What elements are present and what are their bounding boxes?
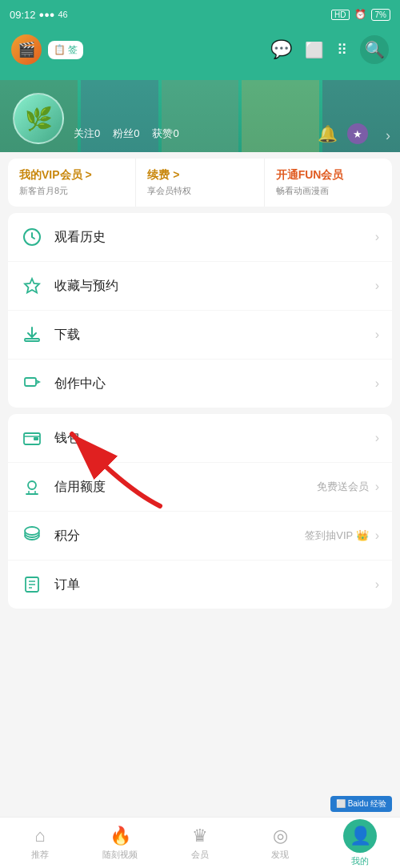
svg-rect-3 (25, 378, 36, 386)
vip-renew-item[interactable]: 续费 > 享会员特权 (136, 159, 264, 207)
bg-block-4 (242, 80, 319, 152)
discover-label: 发现 (271, 849, 289, 861)
search-button[interactable]: 🔍 (360, 35, 389, 64)
collect-arrow: › (375, 279, 379, 293)
credit-arrow: › (375, 480, 379, 494)
vip-fun-subtitle: 畅看动画漫画 (276, 185, 381, 197)
mine-person-icon: 👤 (350, 826, 371, 846)
clock-icon (21, 226, 43, 248)
collect-label: 收藏与预约 (54, 278, 375, 295)
order-arrow: › (375, 577, 379, 592)
sign-badge[interactable]: 📋 签 (48, 41, 83, 59)
profile-bg: 🌿 关注0 粉丝0 获赞0 🔔 ★ › (0, 80, 400, 152)
status-right: HD ⏰ 7% (331, 9, 390, 21)
download-icon (21, 323, 43, 346)
credit-icon (21, 476, 43, 498)
create-icon (21, 372, 43, 395)
menu-section-1: 观看历史 › 收藏与预约 › 下载 › 创作中 (8, 213, 392, 408)
hd-badge: HD (331, 10, 349, 20)
vip-renew-title: 续费 > (147, 168, 252, 183)
share-icon[interactable]: 🔔 (318, 124, 338, 143)
nav-item-discover[interactable]: ◎ 发现 (240, 818, 320, 868)
fans-stat: 粉丝0 (113, 127, 139, 141)
nav-item-recommend[interactable]: ⌂ 推荐 (0, 818, 80, 868)
vip-renew-subtitle: 享会员特权 (147, 185, 252, 197)
grid-icon[interactable]: ⠿ (337, 41, 347, 58)
menu-item-wallet[interactable]: 钱包 › (8, 414, 392, 463)
vip-my-item[interactable]: 我的VIP会员 > 新客首月8元 (8, 159, 136, 207)
order-label: 订单 (54, 577, 375, 593)
bottom-nav: ⌂ 推荐 🔥 随刻视频 ♛ 会员 ◎ 发现 👤 我的 (0, 817, 400, 868)
like-stat: 获赞0 (152, 127, 178, 141)
network-type: 46 (58, 10, 67, 19)
scan-icon[interactable]: ⬜ (305, 41, 324, 59)
search-icon: 🔍 (365, 40, 385, 59)
wallet-arrow: › (375, 431, 379, 445)
menu-item-order[interactable]: 订单 › (8, 561, 392, 609)
follow-stat: 关注0 (74, 127, 100, 141)
level-badge[interactable]: ★ (347, 123, 368, 144)
profile-info: 🌿 关注0 粉丝0 获赞0 (13, 93, 179, 144)
points-label: 积分 (54, 528, 305, 545)
menu-item-download[interactable]: 下载 › (8, 311, 392, 360)
nav-item-mine[interactable]: 👤 我的 (320, 818, 400, 868)
credit-label: 信用额度 (54, 479, 317, 496)
nav-item-shortvideo[interactable]: 🔥 随刻视频 (80, 818, 160, 868)
vip-my-subtitle: 新客首月8元 (19, 185, 124, 197)
alarm-icon: ⏰ (354, 9, 366, 20)
watermark: ⬜ Baidu 经验 (330, 796, 392, 812)
follow-label: 关注0 (74, 127, 100, 141)
vip-fun-title: 开通FUN会员 (276, 168, 381, 183)
mine-label: 我的 (351, 855, 369, 867)
svg-rect-2 (25, 339, 39, 341)
vip-fun-item[interactable]: 开通FUN会员 畅看动画漫画 (265, 159, 392, 207)
compass-icon: ◎ (273, 826, 288, 846)
user-stats: 关注0 粉丝0 获赞0 (74, 127, 179, 144)
status-left: 09:12 ●●● 46 (10, 9, 68, 21)
menu-item-credit[interactable]: 信用额度 免费送会员 › (8, 463, 392, 512)
credit-badge: 免费送会员 (317, 480, 369, 494)
wallet-label: 钱包 (54, 430, 375, 447)
user-avatar[interactable]: 🌿 (13, 93, 64, 144)
crown-icon: ♛ (192, 826, 208, 846)
vip-my-title: 我的VIP会员 > (19, 168, 124, 183)
menu-item-create[interactable]: 创作中心 › (8, 360, 392, 408)
message-icon[interactable]: 💬 (270, 39, 292, 60)
sign-icon: 📋 (54, 44, 66, 55)
home-icon: ⌂ (34, 826, 45, 846)
flame-icon: 🔥 (110, 826, 131, 846)
points-badge: 签到抽VIP 👑 (305, 528, 368, 543)
top-nav: 🎬 📋 签 💬 ⬜ ⠿ 🔍 (0, 29, 400, 70)
download-arrow: › (375, 328, 379, 342)
svg-point-8 (28, 481, 36, 489)
create-arrow: › (375, 376, 379, 391)
star-icon (21, 275, 43, 297)
history-label: 观看历史 (54, 229, 375, 246)
profile-section: 🌿 关注0 粉丝0 获赞0 🔔 ★ › (0, 70, 400, 152)
nav-item-member[interactable]: ♛ 会员 (160, 818, 240, 868)
battery-icon: 7% (371, 9, 390, 21)
svg-point-14 (25, 527, 39, 535)
shortvideo-label: 随刻视频 (102, 849, 138, 861)
profile-icons: 🔔 ★ (318, 123, 368, 144)
nav-right: 💬 ⬜ ⠿ 🔍 (270, 35, 389, 64)
like-label: 获赞0 (152, 127, 178, 141)
vip-section: 我的VIP会员 > 新客首月8元 续费 > 享会员特权 开通FUN会员 畅看动画… (8, 159, 392, 207)
time: 09:12 (10, 9, 36, 21)
signal-icon: ●●● (39, 10, 55, 19)
star-icon: ★ (353, 128, 362, 140)
menu-item-points[interactable]: 积分 签到抽VIP 👑 › (8, 512, 392, 561)
wallet-icon (21, 427, 43, 449)
create-label: 创作中心 (54, 376, 375, 392)
app-logo[interactable]: 🎬 (11, 34, 42, 65)
nav-left: 🎬 📋 签 (11, 34, 83, 65)
profile-arrow[interactable]: › (386, 127, 390, 144)
mine-avatar-circle: 👤 (343, 819, 377, 853)
sign-label: 签 (68, 43, 78, 57)
status-bar: 09:12 ●●● 46 HD ⏰ 7% (0, 0, 400, 29)
svg-rect-5 (34, 437, 38, 440)
menu-item-history[interactable]: 观看历史 › (8, 213, 392, 262)
points-arrow: › (375, 528, 379, 543)
points-icon (21, 524, 43, 547)
menu-item-collect[interactable]: 收藏与预约 › (8, 262, 392, 311)
